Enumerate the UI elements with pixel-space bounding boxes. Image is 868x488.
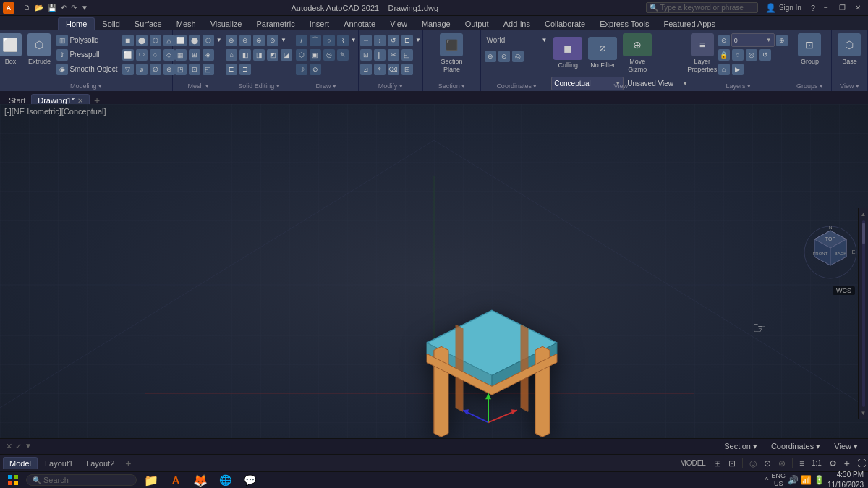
modify-icon-4[interactable]: ⊏: [401, 33, 414, 47]
section-plane-tool[interactable]: ⬛ SectionPlane: [438, 33, 465, 74]
se-icon-2[interactable]: ⊖: [239, 33, 252, 47]
viewport-label[interactable]: [-][NE Isometric][Conceptual]: [4, 107, 106, 116]
se-icon-6[interactable]: ◧: [239, 48, 252, 61]
scroll-track[interactable]: [862, 220, 865, 407]
taskbar-autocad[interactable]: A: [164, 472, 187, 488]
smoothobj-tool[interactable]: ◉ Smooth Object: [54, 62, 119, 76]
draw-icon-7[interactable]: ◎: [323, 48, 336, 61]
se-icon-4[interactable]: ⊙: [266, 33, 279, 47]
mesh-icon-5[interactable]: ⊞: [188, 48, 201, 61]
draw-icon-8[interactable]: ✎: [336, 48, 349, 61]
prompt-confirm-icon[interactable]: ✓: [15, 442, 22, 451]
modify-icon-6[interactable]: ∥: [373, 48, 386, 61]
layer-dropdown[interactable]: 0 ▼: [731, 33, 775, 47]
layer-icon-2[interactable]: ⊕: [775, 33, 788, 47]
prompt-cancel-icon[interactable]: ✕: [6, 442, 12, 451]
modify-icon-10[interactable]: ⌖: [373, 62, 386, 76]
coord-icon-1[interactable]: ⊕: [484, 49, 497, 63]
close-btn[interactable]: ✕: [851, 2, 865, 14]
layout-tab-layout2[interactable]: Layout2: [80, 458, 120, 469]
polysolid-tool[interactable]: ▥ Polysolid: [54, 33, 119, 47]
tab-collaborate[interactable]: Collaborate: [537, 18, 592, 30]
solid-icon-1[interactable]: ◼: [122, 33, 135, 47]
solid-icon-9[interactable]: ▽: [122, 62, 135, 76]
draw-icon-4[interactable]: ⌇: [336, 33, 349, 47]
tab-home[interactable]: Home: [58, 17, 95, 30]
mesh-icon-7[interactable]: ◳: [174, 62, 187, 76]
solid-icon-3[interactable]: ⬡: [149, 33, 162, 47]
solid-icon-5[interactable]: ⬜: [122, 48, 135, 61]
search-input[interactable]: [660, 4, 754, 12]
qa-new[interactable]: 🗋: [22, 4, 32, 12]
battery-icon[interactable]: 🔋: [814, 475, 825, 485]
model-space-label[interactable]: MODEL: [677, 458, 709, 468]
help-icon[interactable]: ?: [809, 4, 817, 12]
scroll-up-btn[interactable]: ▲: [859, 210, 868, 218]
modify-icon-1[interactable]: ↔: [359, 33, 373, 47]
solid-icon-6[interactable]: ⬭: [135, 48, 148, 61]
coord-dropdown[interactable]: World ▼: [484, 33, 549, 47]
mesh-icon-9[interactable]: ◰: [202, 62, 215, 76]
minimize-btn[interactable]: −: [819, 2, 833, 14]
tab-solid[interactable]: Solid: [95, 18, 127, 30]
group-tool[interactable]: ⊡ Group: [796, 33, 823, 66]
viewport-scrollbar[interactable]: ▲ ▼: [858, 208, 868, 419]
scroll-thumb[interactable]: [862, 223, 865, 244]
coordinates-panel-label[interactable]: Coordinates ▾: [767, 441, 825, 452]
otrack-btn[interactable]: ⊛: [776, 458, 788, 469]
grid-btn[interactable]: ⊞: [712, 458, 723, 469]
network-icon[interactable]: 📶: [801, 475, 812, 485]
qa-save[interactable]: 💾: [46, 4, 58, 12]
draw-icon-6[interactable]: ▣: [309, 48, 322, 61]
view-panel-label[interactable]: View ▾: [830, 441, 862, 452]
start-button[interactable]: [3, 472, 23, 488]
layer-icon-6[interactable]: ↺: [759, 48, 772, 61]
qa-more[interactable]: ▼: [80, 4, 90, 12]
layer-icon-5[interactable]: ◎: [745, 48, 758, 61]
layer-icon-3[interactable]: 🔒: [718, 48, 731, 61]
tab-parametric[interactable]: Parametric: [249, 18, 302, 30]
movegizmo-tool[interactable]: ⊕ MoveGizmo: [621, 33, 654, 74]
mesh-icon-4[interactable]: ▦: [174, 48, 187, 61]
tab-featured[interactable]: Featured Apps: [657, 18, 723, 30]
se-icon-10[interactable]: ⊏: [225, 62, 238, 76]
scroll-down-btn[interactable]: ▼: [859, 408, 868, 417]
se-dropdown[interactable]: ▼: [280, 33, 287, 47]
chevron-up-icon[interactable]: ^: [765, 476, 768, 484]
layer-icon-4[interactable]: ○: [731, 48, 744, 61]
layout-tab-layout1[interactable]: Layout1: [39, 458, 79, 469]
modify-icon-7[interactable]: ✂: [387, 48, 400, 61]
box-tool[interactable]: ⬜ Box: [0, 33, 24, 66]
tab-mesh[interactable]: Mesh: [169, 18, 203, 30]
volume-icon[interactable]: 🔊: [788, 475, 799, 485]
layout-tab-add[interactable]: +: [122, 457, 135, 470]
settings-btn[interactable]: ⚙: [827, 458, 839, 469]
modify-dropdown[interactable]: ▼: [414, 33, 422, 47]
clock[interactable]: 4:30 PM 11/16/2023: [827, 470, 864, 488]
draw-icon-9[interactable]: ☽: [295, 62, 308, 76]
polar-btn[interactable]: ◎: [747, 458, 759, 469]
modify-icon-11[interactable]: ⌫: [387, 62, 400, 76]
taskbar-whatsapp[interactable]: 💬: [238, 472, 261, 488]
draw-icon-2[interactable]: ⌒: [309, 33, 322, 47]
tab-drawing1-close[interactable]: ✕: [77, 97, 83, 105]
taskbar-firefox[interactable]: 🦊: [189, 472, 212, 488]
layer-icon-7[interactable]: ⌂: [718, 62, 731, 76]
tab-annotate[interactable]: Annotate: [336, 18, 383, 30]
osnap-btn[interactable]: ⊙: [762, 458, 773, 469]
prompt-dropdown-icon[interactable]: ▼: [25, 442, 32, 451]
snap-btn[interactable]: ⊡: [726, 458, 738, 469]
draw-icon-1[interactable]: /: [295, 33, 308, 47]
solid-icon-2[interactable]: ⬤: [135, 33, 148, 47]
view-cube[interactable]: TOP FRONT BACK N E: [801, 223, 859, 281]
modify-icon-8[interactable]: ◱: [401, 48, 414, 61]
se-icon-9[interactable]: ◪: [280, 48, 293, 61]
draw-icon-10[interactable]: ⊘: [309, 62, 322, 76]
taskbar-search[interactable]: 🔍: [26, 474, 137, 486]
solid-icon-10[interactable]: ⌀: [135, 62, 148, 76]
draw-icon-5[interactable]: ⬡: [295, 48, 308, 61]
layer-icon-8[interactable]: ▶: [731, 62, 744, 76]
solid-icon-7[interactable]: ○: [149, 48, 162, 61]
qa-redo[interactable]: ↷: [69, 4, 78, 12]
modify-icon-3[interactable]: ↺: [387, 33, 400, 47]
